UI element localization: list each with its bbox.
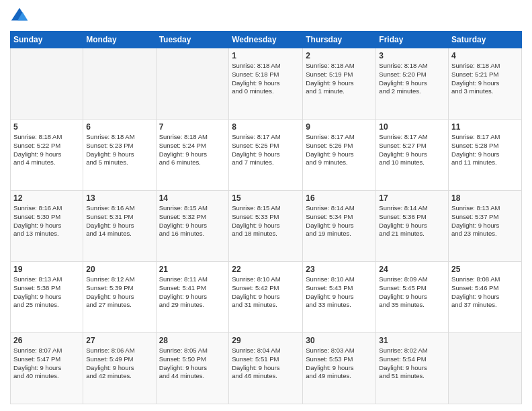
day-number: 30 xyxy=(306,336,373,345)
calendar-cell: 17Sunrise: 8:14 AM Sunset: 5:36 PM Dayli… xyxy=(376,191,449,262)
day-info: Sunrise: 8:02 AM Sunset: 5:54 PM Dayligh… xyxy=(379,347,445,381)
day-number: 29 xyxy=(232,336,300,345)
day-number: 16 xyxy=(306,193,373,203)
calendar-cell: 27Sunrise: 8:06 AM Sunset: 5:49 PM Dayli… xyxy=(83,333,156,404)
day-info: Sunrise: 8:18 AM Sunset: 5:21 PM Dayligh… xyxy=(451,62,519,96)
calendar-cell: 15Sunrise: 8:15 AM Sunset: 5:33 PM Dayli… xyxy=(229,191,303,262)
day-info: Sunrise: 8:17 AM Sunset: 5:28 PM Dayligh… xyxy=(451,133,519,167)
calendar-cell: 22Sunrise: 8:10 AM Sunset: 5:42 PM Dayli… xyxy=(229,262,303,333)
day-info: Sunrise: 8:18 AM Sunset: 5:24 PM Dayligh… xyxy=(159,133,226,167)
day-info: Sunrise: 8:07 AM Sunset: 5:47 PM Dayligh… xyxy=(13,347,80,381)
weekday-header: Sunday xyxy=(11,32,83,48)
day-info: Sunrise: 8:12 AM Sunset: 5:39 PM Dayligh… xyxy=(86,275,152,310)
day-number: 13 xyxy=(86,193,152,203)
calendar-cell: 4Sunrise: 8:18 AM Sunset: 5:21 PM Daylig… xyxy=(449,48,522,120)
weekday-header: Friday xyxy=(376,32,449,48)
day-number: 6 xyxy=(86,122,152,132)
calendar-cell: 28Sunrise: 8:05 AM Sunset: 5:50 PM Dayli… xyxy=(156,333,229,404)
day-info: Sunrise: 8:18 AM Sunset: 5:20 PM Dayligh… xyxy=(379,62,445,96)
calendar-cell xyxy=(83,48,156,120)
calendar-cell: 6Sunrise: 8:18 AM Sunset: 5:23 PM Daylig… xyxy=(83,120,156,191)
weekday-header: Wednesday xyxy=(229,32,303,48)
day-number: 25 xyxy=(451,265,519,274)
day-info: Sunrise: 8:05 AM Sunset: 5:50 PM Dayligh… xyxy=(159,347,226,381)
calendar-cell: 5Sunrise: 8:18 AM Sunset: 5:22 PM Daylig… xyxy=(11,120,83,191)
calendar-cell: 24Sunrise: 8:09 AM Sunset: 5:45 PM Dayli… xyxy=(376,262,449,333)
day-number: 9 xyxy=(306,122,373,132)
calendar-cell: 8Sunrise: 8:17 AM Sunset: 5:25 PM Daylig… xyxy=(229,120,303,191)
day-info: Sunrise: 8:04 AM Sunset: 5:51 PM Dayligh… xyxy=(232,347,300,381)
day-number: 3 xyxy=(379,51,445,60)
day-info: Sunrise: 8:14 AM Sunset: 5:36 PM Dayligh… xyxy=(379,204,445,238)
day-number: 10 xyxy=(379,122,445,132)
calendar-week-row: 19Sunrise: 8:13 AM Sunset: 5:38 PM Dayli… xyxy=(11,262,522,333)
calendar-cell xyxy=(11,48,83,120)
day-number: 31 xyxy=(379,336,445,345)
day-number: 19 xyxy=(13,265,80,274)
day-number: 12 xyxy=(13,193,80,203)
day-number: 21 xyxy=(159,265,226,274)
day-info: Sunrise: 8:10 AM Sunset: 5:43 PM Dayligh… xyxy=(306,275,373,310)
logo xyxy=(10,7,32,26)
weekday-header: Saturday xyxy=(449,32,522,48)
day-number: 23 xyxy=(306,265,373,274)
day-number: 18 xyxy=(451,193,519,203)
day-info: Sunrise: 8:17 AM Sunset: 5:25 PM Dayligh… xyxy=(232,133,300,167)
calendar-cell: 11Sunrise: 8:17 AM Sunset: 5:28 PM Dayli… xyxy=(449,120,522,191)
calendar-cell: 1Sunrise: 8:18 AM Sunset: 5:18 PM Daylig… xyxy=(229,48,303,120)
calendar-cell: 29Sunrise: 8:04 AM Sunset: 5:51 PM Dayli… xyxy=(229,333,303,404)
calendar-cell: 31Sunrise: 8:02 AM Sunset: 5:54 PM Dayli… xyxy=(376,333,449,404)
day-info: Sunrise: 8:14 AM Sunset: 5:34 PM Dayligh… xyxy=(306,204,373,238)
day-info: Sunrise: 8:15 AM Sunset: 5:33 PM Dayligh… xyxy=(232,204,300,238)
day-info: Sunrise: 8:16 AM Sunset: 5:31 PM Dayligh… xyxy=(86,204,152,238)
day-info: Sunrise: 8:13 AM Sunset: 5:38 PM Dayligh… xyxy=(13,275,80,310)
calendar: SundayMondayTuesdayWednesdayThursdayFrid… xyxy=(10,31,522,404)
weekday-header: Tuesday xyxy=(156,32,229,48)
day-info: Sunrise: 8:18 AM Sunset: 5:18 PM Dayligh… xyxy=(232,62,300,96)
calendar-cell: 23Sunrise: 8:10 AM Sunset: 5:43 PM Dayli… xyxy=(303,262,376,333)
calendar-cell: 16Sunrise: 8:14 AM Sunset: 5:34 PM Dayli… xyxy=(303,191,376,262)
calendar-cell: 25Sunrise: 8:08 AM Sunset: 5:46 PM Dayli… xyxy=(449,262,522,333)
day-info: Sunrise: 8:18 AM Sunset: 5:19 PM Dayligh… xyxy=(306,62,373,96)
calendar-cell: 3Sunrise: 8:18 AM Sunset: 5:20 PM Daylig… xyxy=(376,48,449,120)
day-number: 28 xyxy=(159,336,226,345)
calendar-cell xyxy=(449,333,522,404)
day-number: 1 xyxy=(232,51,300,60)
page-container: SundayMondayTuesdayWednesdayThursdayFrid… xyxy=(0,0,532,411)
day-info: Sunrise: 8:09 AM Sunset: 5:45 PM Dayligh… xyxy=(379,275,445,310)
day-info: Sunrise: 8:10 AM Sunset: 5:42 PM Dayligh… xyxy=(232,275,300,310)
weekday-header-row: SundayMondayTuesdayWednesdayThursdayFrid… xyxy=(11,32,522,48)
day-number: 5 xyxy=(13,122,80,132)
calendar-cell xyxy=(156,48,229,120)
calendar-week-row: 5Sunrise: 8:18 AM Sunset: 5:22 PM Daylig… xyxy=(11,120,522,191)
day-number: 17 xyxy=(379,193,445,203)
header xyxy=(10,7,522,26)
calendar-cell: 26Sunrise: 8:07 AM Sunset: 5:47 PM Dayli… xyxy=(11,333,83,404)
calendar-cell: 13Sunrise: 8:16 AM Sunset: 5:31 PM Dayli… xyxy=(83,191,156,262)
logo-icon xyxy=(10,7,29,26)
weekday-header: Thursday xyxy=(303,32,376,48)
day-info: Sunrise: 8:16 AM Sunset: 5:30 PM Dayligh… xyxy=(13,204,80,238)
calendar-week-row: 1Sunrise: 8:18 AM Sunset: 5:18 PM Daylig… xyxy=(11,48,522,120)
day-info: Sunrise: 8:18 AM Sunset: 5:23 PM Dayligh… xyxy=(86,133,152,167)
day-number: 2 xyxy=(306,51,373,60)
calendar-cell: 10Sunrise: 8:17 AM Sunset: 5:27 PM Dayli… xyxy=(376,120,449,191)
day-number: 27 xyxy=(86,336,152,345)
day-number: 7 xyxy=(159,122,226,132)
day-info: Sunrise: 8:15 AM Sunset: 5:32 PM Dayligh… xyxy=(159,204,226,238)
day-info: Sunrise: 8:08 AM Sunset: 5:46 PM Dayligh… xyxy=(451,275,519,310)
calendar-cell: 14Sunrise: 8:15 AM Sunset: 5:32 PM Dayli… xyxy=(156,191,229,262)
day-number: 14 xyxy=(159,193,226,203)
day-info: Sunrise: 8:13 AM Sunset: 5:37 PM Dayligh… xyxy=(451,204,519,238)
day-info: Sunrise: 8:11 AM Sunset: 5:41 PM Dayligh… xyxy=(159,275,226,310)
calendar-cell: 30Sunrise: 8:03 AM Sunset: 5:53 PM Dayli… xyxy=(303,333,376,404)
calendar-cell: 12Sunrise: 8:16 AM Sunset: 5:30 PM Dayli… xyxy=(11,191,83,262)
calendar-cell: 18Sunrise: 8:13 AM Sunset: 5:37 PM Dayli… xyxy=(449,191,522,262)
calendar-week-row: 12Sunrise: 8:16 AM Sunset: 5:30 PM Dayli… xyxy=(11,191,522,262)
calendar-cell: 7Sunrise: 8:18 AM Sunset: 5:24 PM Daylig… xyxy=(156,120,229,191)
calendar-cell: 21Sunrise: 8:11 AM Sunset: 5:41 PM Dayli… xyxy=(156,262,229,333)
day-number: 11 xyxy=(451,122,519,132)
day-number: 22 xyxy=(232,265,300,274)
day-number: 8 xyxy=(232,122,300,132)
day-number: 24 xyxy=(379,265,445,274)
